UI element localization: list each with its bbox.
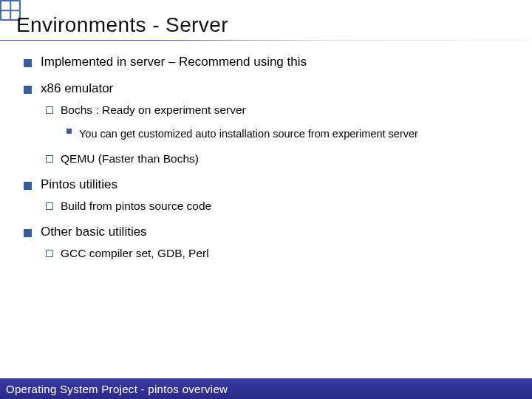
bullet-list-l2: GCC compiler set, GDB, Perl: [46, 247, 513, 260]
list-item-text: QEMU (Faster than Bochs): [61, 152, 199, 166]
bullet-square-icon: [24, 59, 32, 67]
list-item: GCC compiler set, GDB, Perl: [46, 247, 513, 260]
list-item: QEMU (Faster than Bochs): [46, 152, 513, 166]
header-divider: [0, 40, 532, 41]
list-item: Build from pintos source code: [46, 200, 513, 213]
bullet-list-l2: Build from pintos source code: [46, 200, 513, 213]
bullet-list-l1: Implemented in server – Recommend using …: [24, 55, 513, 260]
bullet-square-icon: [24, 182, 32, 190]
list-item-text: Build from pintos source code: [61, 200, 211, 213]
list-item-text: Pintos utilities: [41, 177, 117, 192]
list-item: x86 emulator Bochs : Ready on experiment…: [24, 81, 513, 166]
slide-header: Environments - Server: [0, 0, 532, 41]
list-item: Bochs : Ready on experiment server You c…: [46, 103, 513, 145]
bullet-hollow-icon: [46, 250, 53, 257]
slide: Environments - Server Implemented in ser…: [0, 0, 532, 399]
bullet-square-icon: [24, 229, 32, 237]
list-item-text: Bochs : Ready on experiment server: [61, 103, 246, 117]
list-item-text: Other basic utilities: [41, 225, 147, 239]
bullet-list-l2: Bochs : Ready on experiment server You c…: [46, 103, 513, 166]
bullet-square-icon: [24, 86, 32, 94]
list-item-text: Implemented in server – Recommend using …: [41, 55, 307, 69]
list-item: You can get customized auto installation…: [66, 124, 513, 145]
list-item-text: GCC compiler set, GDB, Perl: [61, 247, 209, 260]
bullet-hollow-icon: [46, 202, 53, 210]
footer-text: Operating System Project - pintos overvi…: [6, 383, 228, 395]
slide-title: Environments - Server: [16, 13, 228, 37]
bullet-list-l3: You can get customized auto installation…: [66, 124, 513, 145]
list-item: Implemented in server – Recommend using …: [24, 55, 513, 69]
list-item-text: You can get customized auto installation…: [79, 124, 418, 145]
bullet-tiny-icon: [66, 129, 72, 134]
list-item: Pintos utilities Build from pintos sourc…: [24, 177, 513, 213]
list-item-text: x86 emulator: [41, 81, 113, 96]
bullet-hollow-icon: [46, 155, 53, 163]
slide-content: Implemented in server – Recommend using …: [0, 41, 532, 378]
bullet-hollow-icon: [46, 106, 53, 114]
list-item: Other basic utilities GCC compiler set, …: [24, 225, 513, 260]
slide-footer: Operating System Project - pintos overvi…: [0, 378, 532, 399]
